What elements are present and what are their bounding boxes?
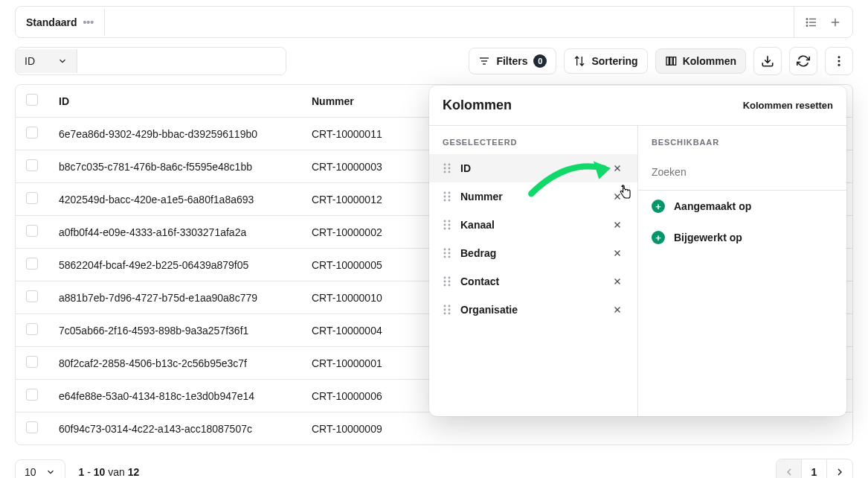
filters-label: Filters xyxy=(496,55,527,67)
page-size-value: 10 xyxy=(25,466,36,478)
pagination-bar: 10 1 - 10 van 12 1 xyxy=(15,459,853,478)
sliders-icon xyxy=(478,55,490,67)
refresh-icon xyxy=(797,54,810,68)
selected-column-label: Bedrag xyxy=(460,247,602,259)
selected-column-item[interactable]: Kanaal xyxy=(429,211,637,239)
svg-point-33 xyxy=(444,220,446,223)
drag-handle-icon[interactable] xyxy=(443,191,451,203)
remove-column-icon[interactable] xyxy=(611,190,624,203)
remove-column-icon[interactable] xyxy=(611,246,624,260)
toolbar: ID Filters 0 Sortering Kolommen xyxy=(15,47,853,75)
svg-point-49 xyxy=(444,277,446,279)
svg-point-59 xyxy=(444,309,446,311)
cell-id: b8c7c035-c781-476b-8a6c-f5595e48c1bb xyxy=(48,150,301,183)
drag-handle-icon[interactable] xyxy=(443,275,451,287)
svg-point-25 xyxy=(444,192,446,194)
plus-icon[interactable] xyxy=(829,16,842,29)
row-checkbox[interactable] xyxy=(26,421,38,433)
row-checkbox[interactable] xyxy=(26,389,38,401)
row-checkbox[interactable] xyxy=(26,258,38,270)
select-all-checkbox[interactable] xyxy=(26,94,38,106)
drag-handle-icon[interactable] xyxy=(443,304,451,316)
row-checkbox[interactable] xyxy=(26,127,38,138)
svg-point-20 xyxy=(449,168,451,170)
row-checkbox[interactable] xyxy=(26,192,38,204)
svg-point-16 xyxy=(838,64,840,66)
svg-point-52 xyxy=(449,281,451,283)
field-select-button[interactable]: ID xyxy=(16,49,77,73)
refresh-button[interactable] xyxy=(789,47,817,75)
drag-handle-icon[interactable] xyxy=(443,247,451,259)
svg-rect-11 xyxy=(666,57,669,66)
column-search-input[interactable] xyxy=(641,157,843,187)
page-size-select[interactable]: 10 xyxy=(15,459,65,478)
row-checkbox[interactable] xyxy=(26,159,38,171)
available-column-item[interactable]: + Aangemaakt op xyxy=(638,191,846,222)
svg-point-26 xyxy=(449,192,451,194)
available-column-item[interactable]: + Bijgewerkt op xyxy=(638,222,846,253)
list-icon[interactable] xyxy=(805,16,818,29)
svg-point-22 xyxy=(449,171,451,173)
reset-columns-link[interactable]: Kolommen resetten xyxy=(743,100,833,111)
range-label: 1 - 10 van 12 xyxy=(79,466,140,478)
col-header-id[interactable]: ID xyxy=(48,85,301,118)
selected-column-label: ID xyxy=(460,162,602,174)
field-filter-input[interactable] xyxy=(77,48,286,74)
next-page-button[interactable] xyxy=(827,459,852,478)
chevron-down-icon xyxy=(45,467,56,477)
drag-handle-icon[interactable] xyxy=(443,162,451,174)
row-checkbox[interactable] xyxy=(26,290,38,302)
prev-page-button[interactable] xyxy=(777,459,802,478)
download-icon xyxy=(761,54,774,68)
columns-button[interactable]: Kolommen xyxy=(655,48,746,74)
remove-column-icon[interactable] xyxy=(611,275,624,288)
cell-id: a881b7eb-7d96-4727-b75d-e1aa90a8c779 xyxy=(48,281,301,314)
svg-point-53 xyxy=(444,284,446,287)
selected-columns-panel: GESELECTEERD ID Nummer Kanaal Bedrag Con… xyxy=(429,126,638,416)
selected-column-label: Kanaal xyxy=(460,219,602,231)
drag-handle-icon[interactable] xyxy=(443,219,451,231)
svg-point-35 xyxy=(444,224,446,226)
svg-point-57 xyxy=(444,305,446,307)
available-header: BESCHIKBAAR xyxy=(638,126,846,154)
svg-point-41 xyxy=(444,249,446,251)
row-checkbox[interactable] xyxy=(26,225,38,237)
remove-column-icon[interactable] xyxy=(611,303,624,316)
tabs-right-actions xyxy=(794,7,852,37)
selected-column-label: Organisatie xyxy=(460,304,602,316)
more-button[interactable] xyxy=(825,47,853,75)
selected-column-item[interactable]: ID xyxy=(429,154,637,182)
selected-column-item[interactable]: Contact xyxy=(429,267,637,296)
svg-point-62 xyxy=(449,313,451,315)
selected-column-item[interactable]: Organisatie xyxy=(429,296,637,324)
remove-column-icon[interactable] xyxy=(611,162,624,175)
field-filter: ID xyxy=(15,47,286,75)
chevron-down-icon xyxy=(57,56,68,66)
sort-button[interactable]: Sortering xyxy=(564,48,647,74)
ellipsis-icon[interactable]: ••• xyxy=(83,16,94,28)
tab-label: Standaard xyxy=(26,16,77,28)
svg-point-14 xyxy=(838,56,840,58)
download-button[interactable] xyxy=(753,47,782,75)
row-checkbox[interactable] xyxy=(26,323,38,335)
cell-id: a0fb0f44-e09e-4333-a16f-3303271afa2a xyxy=(48,216,301,249)
svg-point-5 xyxy=(806,25,808,26)
svg-rect-13 xyxy=(673,57,675,66)
add-column-icon[interactable]: + xyxy=(652,200,665,213)
page-number[interactable]: 1 xyxy=(802,459,827,478)
selected-column-item[interactable]: Bedrag xyxy=(429,239,637,267)
remove-column-icon[interactable] xyxy=(611,218,624,232)
row-checkbox[interactable] xyxy=(26,356,38,368)
svg-point-58 xyxy=(449,305,451,307)
table-row[interactable]: 60f94c73-0314-4c22-a143-acc18087507c CRT… xyxy=(16,412,852,445)
cell-id: 80f2caf2-2858-4506-b13c-2c56b95e3c7f xyxy=(48,347,301,380)
tab-standaard[interactable]: Standaard ••• xyxy=(16,9,105,36)
svg-point-36 xyxy=(449,224,451,226)
svg-point-34 xyxy=(449,220,451,223)
svg-rect-12 xyxy=(669,57,672,66)
add-column-icon[interactable]: + xyxy=(652,231,665,244)
filters-button[interactable]: Filters 0 xyxy=(469,48,556,74)
selected-column-item[interactable]: Nummer xyxy=(429,182,637,211)
svg-point-43 xyxy=(444,252,446,255)
svg-point-21 xyxy=(444,171,446,173)
